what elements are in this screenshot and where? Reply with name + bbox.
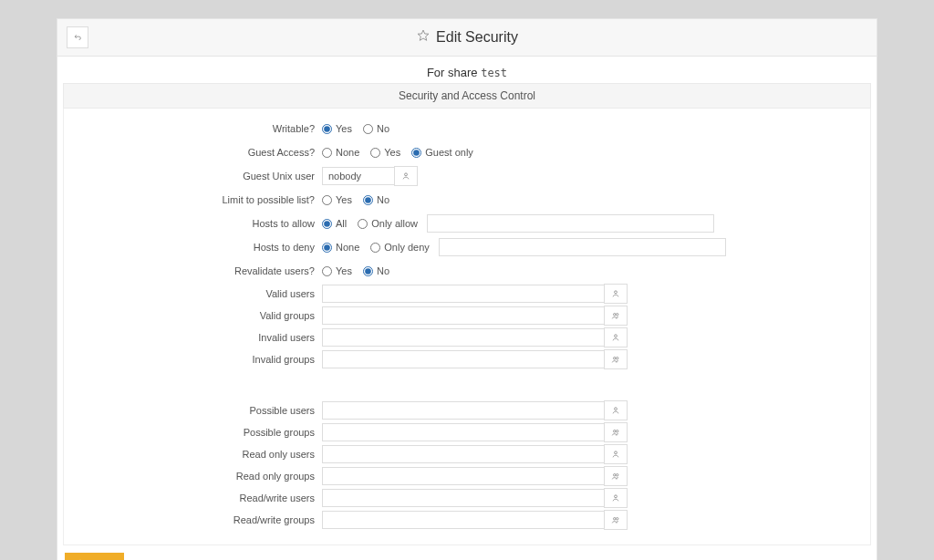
label-invalid-groups: Invalid groups [64, 354, 322, 365]
page-title: Edit Security [436, 29, 518, 46]
writable-no[interactable]: No [363, 123, 389, 134]
svg-point-15 [614, 518, 617, 521]
svg-point-10 [616, 430, 618, 433]
hosts-deny-only[interactable]: Only deny [370, 242, 430, 253]
label-revalidate: Revalidate users? [64, 265, 322, 276]
label-hosts-deny: Hosts to deny [64, 242, 322, 253]
svg-point-14 [615, 495, 617, 498]
pick-user-button[interactable] [394, 166, 418, 186]
svg-point-9 [614, 430, 617, 433]
invalid-users-input[interactable] [322, 328, 605, 347]
label-hosts-allow: Hosts to allow [64, 218, 322, 229]
possible-groups-input[interactable] [322, 423, 605, 441]
group-icon [611, 311, 620, 320]
svg-point-5 [615, 335, 617, 337]
possible-users-input[interactable] [322, 401, 605, 420]
label-valid-users: Valid users [64, 288, 322, 299]
label-valid-groups: Valid groups [64, 310, 322, 321]
read-only-users-picker[interactable] [604, 444, 628, 464]
guest-unix-user-input[interactable] [322, 167, 395, 185]
hosts-allow-input[interactable] [427, 214, 714, 233]
guest-none[interactable]: None [322, 147, 359, 158]
label-invalid-users: Invalid users [64, 332, 322, 343]
read-write-groups-input[interactable] [322, 511, 605, 529]
label-read-only-groups: Read only groups [64, 471, 322, 482]
svg-point-13 [616, 474, 618, 477]
label-guest-access: Guest Access? [64, 147, 322, 158]
user-icon [611, 289, 620, 298]
section-heading: Security and Access Control [63, 83, 871, 109]
valid-users-picker[interactable] [604, 284, 628, 304]
svg-point-2 [615, 291, 617, 294]
svg-point-8 [615, 408, 617, 410]
share-context: For share test [57, 57, 877, 83]
invalid-groups-input[interactable] [322, 350, 605, 368]
invalid-users-picker[interactable] [604, 327, 628, 347]
svg-point-16 [616, 518, 618, 521]
possible-users-picker[interactable] [604, 400, 628, 420]
user-icon [611, 493, 620, 503]
group-icon [611, 472, 620, 481]
writable-yes[interactable]: Yes [322, 123, 352, 134]
svg-point-7 [616, 358, 618, 360]
read-only-users-input[interactable] [322, 445, 605, 463]
read-only-groups-picker[interactable] [604, 466, 628, 486]
label-possible-groups: Possible groups [64, 427, 322, 438]
user-icon [611, 333, 620, 342]
title-bar: Edit Security [57, 19, 877, 57]
hosts-deny-input[interactable] [439, 238, 726, 256]
guest-access-radios: None Yes Guest only [322, 147, 870, 158]
svg-point-12 [614, 474, 617, 477]
valid-groups-picker[interactable] [604, 306, 628, 326]
user-icon [611, 406, 620, 415]
label-read-only-users: Read only users [64, 449, 322, 460]
svg-point-4 [616, 314, 618, 316]
label-limit-possible: Limit to possible list? [64, 194, 322, 205]
group-icon [611, 515, 620, 524]
svg-point-1 [405, 173, 408, 176]
group-icon [611, 428, 620, 437]
user-icon [401, 171, 410, 181]
possible-groups-picker[interactable] [604, 422, 628, 442]
hosts-allow-all[interactable]: All [322, 218, 347, 229]
svg-point-11 [615, 451, 617, 454]
read-write-users-input[interactable] [322, 489, 605, 507]
hosts-allow-only[interactable]: Only allow [358, 218, 418, 229]
label-read-write-groups: Read/write groups [64, 514, 322, 525]
arrow-return-icon [73, 33, 82, 42]
valid-groups-input[interactable] [322, 306, 605, 325]
label-possible-users: Possible users [64, 405, 322, 416]
revalidate-yes[interactable]: Yes [322, 265, 352, 276]
svg-point-6 [614, 358, 617, 360]
invalid-groups-picker[interactable] [604, 349, 628, 369]
user-icon [611, 450, 620, 459]
guest-yes[interactable]: Yes [370, 147, 400, 158]
read-write-groups-picker[interactable] [604, 510, 628, 530]
svg-marker-0 [418, 30, 429, 40]
label-writable: Writable? [64, 123, 322, 134]
limit-yes[interactable]: Yes [322, 194, 352, 205]
limit-no[interactable]: No [363, 194, 389, 205]
writable-radios: Yes No [322, 123, 870, 134]
label-guest-unix-user: Guest Unix user [64, 171, 322, 181]
label-read-write-users: Read/write users [64, 493, 322, 503]
group-icon [611, 355, 620, 364]
save-button[interactable]: Save [65, 553, 124, 560]
back-button[interactable] [67, 26, 88, 48]
revalidate-no[interactable]: No [363, 265, 389, 276]
valid-users-input[interactable] [322, 285, 605, 303]
star-icon[interactable] [416, 28, 431, 47]
guest-only[interactable]: Guest only [411, 147, 473, 158]
read-write-users-picker[interactable] [604, 488, 628, 508]
read-only-groups-input[interactable] [322, 467, 605, 485]
svg-point-3 [614, 314, 617, 316]
hosts-deny-none[interactable]: None [322, 242, 359, 253]
